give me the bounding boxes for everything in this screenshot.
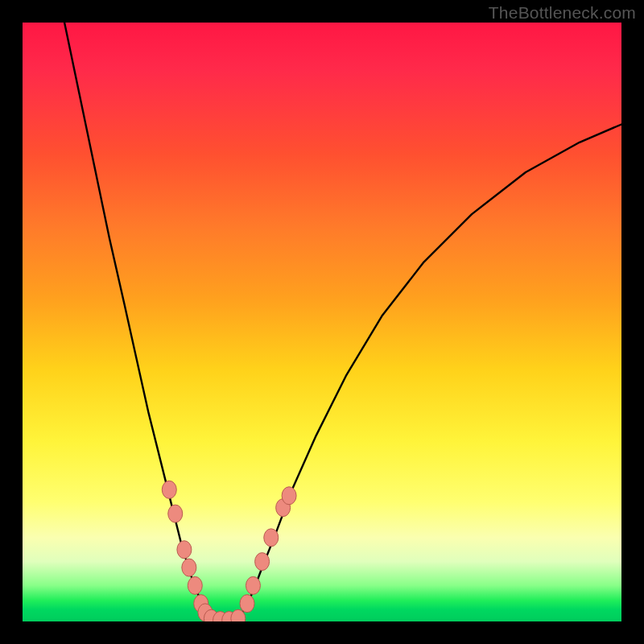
marker-left-0	[162, 481, 176, 498]
curve-layer	[23, 23, 621, 621]
marker-dots	[162, 481, 296, 621]
plot-area	[23, 23, 621, 621]
marker-right-5	[282, 487, 296, 505]
bottleneck-curve	[64, 23, 621, 621]
chart-container: TheBottleneck.com	[0, 0, 644, 644]
watermark-label: TheBottleneck.com	[489, 3, 636, 23]
marker-left-3	[182, 559, 196, 576]
marker-left-1	[168, 505, 183, 522]
marker-left-4	[188, 576, 202, 594]
marker-right-3	[264, 529, 279, 547]
curve-lines	[64, 23, 621, 621]
marker-right-0	[240, 595, 254, 613]
marker-right-1	[246, 576, 260, 594]
marker-left-2	[177, 541, 192, 559]
marker-right-2	[255, 553, 270, 571]
